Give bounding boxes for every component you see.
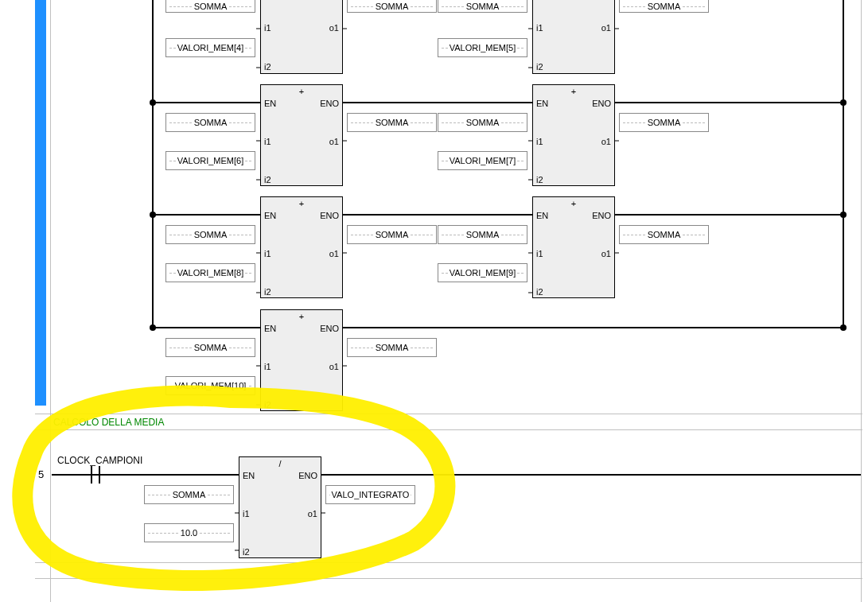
rung-number: 5 xyxy=(38,468,44,480)
no-contact[interactable] xyxy=(88,466,103,484)
tag-output[interactable]: SOMMA xyxy=(347,338,437,357)
pin-i2: i2 xyxy=(536,62,543,72)
op-label: + xyxy=(533,87,614,96)
ladder-editor-viewport: i1 i2 o1 SOMMA VALORI_MEM[4] SOMMA i1 i2… xyxy=(0,0,868,602)
pin-i2: i2 xyxy=(264,62,271,72)
fbd-block-div[interactable]: / EN ENO i1 i2 o1 xyxy=(239,456,321,558)
tag-output[interactable]: SOMMA xyxy=(347,0,437,13)
pin-i2: i2 xyxy=(264,175,271,184)
pin-i1: i1 xyxy=(536,23,543,33)
tag-input[interactable]: SOMMA xyxy=(165,0,255,13)
tag-input[interactable]: SOMMA xyxy=(165,113,255,132)
tag-input[interactable]: VALORI_MEM[5] xyxy=(438,38,527,57)
pin-o1: o1 xyxy=(601,23,611,33)
rung-separator xyxy=(35,414,862,414)
pin-i1: i1 xyxy=(264,137,271,146)
pin-en: EN xyxy=(243,471,255,480)
pin-i1: i1 xyxy=(264,249,271,258)
pin-i1: i1 xyxy=(264,362,271,371)
svg-point-9 xyxy=(150,212,156,218)
pin-o1: o1 xyxy=(601,249,611,258)
rung-separator xyxy=(35,578,862,579)
tag-input[interactable]: SOMMA xyxy=(438,113,527,132)
fbd-block-add[interactable]: + EN ENO i1 i2 o1 xyxy=(260,84,343,186)
contact-variable[interactable]: CLOCK_CAMPIONI xyxy=(57,455,142,466)
op-label: + xyxy=(533,199,614,208)
pin-o1: o1 xyxy=(329,137,339,146)
pin-i2: i2 xyxy=(264,400,271,410)
fbd-block-add[interactable]: + EN ENO i1 i2 o1 xyxy=(532,196,615,298)
pin-en: EN xyxy=(264,99,276,108)
tag-input[interactable]: VALORI_MEM[6] xyxy=(165,151,255,170)
pin-eno: ENO xyxy=(592,211,611,220)
fbd-block-add[interactable]: + EN ENO i1 i2 o1 xyxy=(260,309,343,411)
fbd-block-add[interactable]: i1 i2 o1 xyxy=(532,0,615,74)
tag-input[interactable]: SOMMA xyxy=(144,485,234,504)
rung-separator xyxy=(35,429,862,430)
tag-input[interactable]: SOMMA xyxy=(438,225,527,244)
pin-en: EN xyxy=(264,324,276,333)
pin-o1: o1 xyxy=(329,249,339,258)
op-label: / xyxy=(239,459,321,468)
tag-input[interactable]: VALORI_MEM[7] xyxy=(438,151,527,170)
fbd-block-add[interactable]: i1 i2 o1 xyxy=(260,0,343,74)
tag-output[interactable]: SOMMA xyxy=(347,225,437,244)
pin-i1: i1 xyxy=(264,23,271,33)
tag-output[interactable]: SOMMA xyxy=(347,113,437,132)
pin-i2: i2 xyxy=(264,287,271,297)
pin-o1: o1 xyxy=(329,23,339,33)
pin-i2: i2 xyxy=(536,287,543,297)
pin-en: EN xyxy=(536,99,548,108)
pin-eno: ENO xyxy=(592,99,611,108)
tag-input[interactable]: 10.0 xyxy=(144,523,234,542)
tag-output[interactable]: SOMMA xyxy=(619,225,709,244)
pin-i1: i1 xyxy=(536,137,543,146)
pin-en: EN xyxy=(264,211,276,220)
pin-i2: i2 xyxy=(243,547,250,557)
op-label: + xyxy=(261,312,342,321)
op-label: + xyxy=(261,199,342,208)
tag-output[interactable]: SOMMA xyxy=(619,113,709,132)
pin-o1: o1 xyxy=(329,362,339,371)
rung-comment[interactable]: CALCOLO DELLA MEDIA xyxy=(53,417,164,428)
rung-separator xyxy=(35,562,862,563)
tag-input[interactable]: VALORI_MEM[4] xyxy=(165,38,255,57)
pin-eno: ENO xyxy=(320,99,339,108)
wire-layer xyxy=(0,0,868,602)
fbd-block-add[interactable]: + EN ENO i1 i2 o1 xyxy=(532,84,615,186)
tag-output[interactable]: VALO_INTEGRATO xyxy=(325,485,415,504)
pin-i1: i1 xyxy=(536,249,543,258)
pin-o1: o1 xyxy=(601,137,611,146)
pin-i1: i1 xyxy=(243,509,250,518)
tag-output[interactable]: SOMMA xyxy=(619,0,709,13)
pin-en: EN xyxy=(536,211,548,220)
op-label: + xyxy=(261,87,342,96)
pin-eno: ENO xyxy=(298,471,317,480)
svg-point-13 xyxy=(150,324,156,331)
pin-o1: o1 xyxy=(308,509,317,518)
tag-input[interactable]: VALORI_MEM[10] xyxy=(165,376,255,395)
tag-input[interactable]: VALORI_MEM[8] xyxy=(165,263,255,282)
tag-input[interactable]: SOMMA xyxy=(165,338,255,357)
tag-input[interactable]: SOMMA xyxy=(165,225,255,244)
tag-input[interactable]: SOMMA xyxy=(438,0,527,13)
pin-eno: ENO xyxy=(320,211,339,220)
svg-point-14 xyxy=(840,324,847,331)
pin-i2: i2 xyxy=(536,175,543,184)
tag-input[interactable]: VALORI_MEM[9] xyxy=(438,263,527,282)
svg-point-10 xyxy=(840,212,847,218)
fbd-block-add[interactable]: + EN ENO i1 i2 o1 xyxy=(260,196,343,298)
pin-eno: ENO xyxy=(320,324,339,333)
